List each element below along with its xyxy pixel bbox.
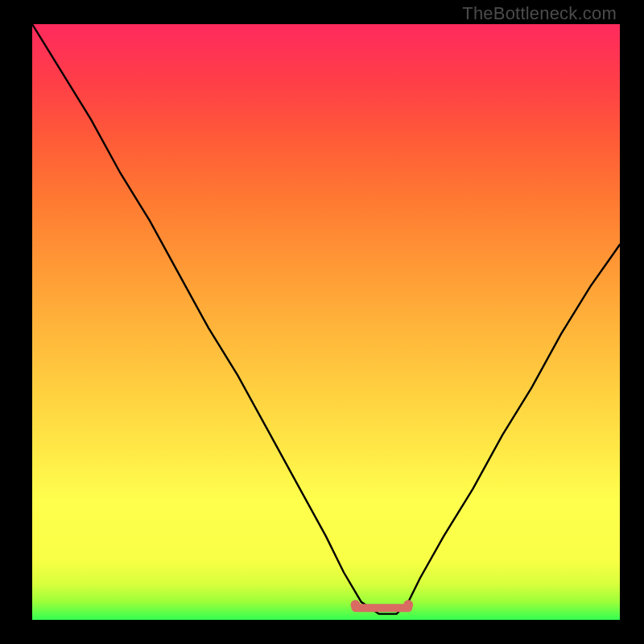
curve-layer bbox=[32, 24, 620, 620]
plot-area bbox=[32, 24, 620, 620]
optimal-cap-right bbox=[403, 600, 413, 609]
bottleneck-curve bbox=[32, 24, 620, 614]
chart-frame: TheBottleneck.com bbox=[0, 0, 644, 644]
watermark-text: TheBottleneck.com bbox=[462, 3, 617, 24]
optimal-cap-left bbox=[351, 600, 361, 609]
